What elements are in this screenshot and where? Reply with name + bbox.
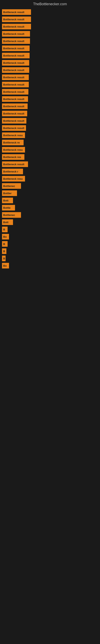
bar-row: Bottleneck result xyxy=(2,162,98,167)
result-bar[interactable]: Bottleneck result xyxy=(2,16,31,22)
result-bar[interactable]: Bottlenec xyxy=(2,183,21,189)
bar-label: Bottleneck result xyxy=(3,126,24,130)
result-bar[interactable]: Bottle xyxy=(2,205,15,210)
result-bar[interactable]: Bottleneck res xyxy=(2,154,24,160)
bar-row: Bottleneck result xyxy=(2,96,98,102)
bar-label: Bottleneck result xyxy=(3,47,24,50)
bar-row: Bott xyxy=(2,219,98,225)
bar-label: B xyxy=(3,228,5,231)
result-bar[interactable]: Bottleneck resu xyxy=(2,147,25,152)
result-bar[interactable]: Bottleneck r xyxy=(2,169,23,174)
bar-row: Bo xyxy=(2,234,98,240)
bar-row: Bottleneck result xyxy=(2,60,98,66)
bar-label: Bottleneck result xyxy=(3,25,24,28)
bar-label: Bottleneck result xyxy=(3,83,24,86)
bar-label: Bottleneck result xyxy=(3,18,24,21)
site-title: TheBottlenecker.com xyxy=(0,0,100,9)
result-bar[interactable]: Bottleneck resu xyxy=(2,132,25,138)
bar-row: Bo xyxy=(2,263,98,268)
result-bar[interactable]: Bottleneck result xyxy=(2,111,27,116)
bar-label: Bottleneck re xyxy=(3,141,20,144)
result-bar[interactable]: Bottleneck result xyxy=(2,60,29,66)
bar-label: Bottleneck result xyxy=(3,105,24,108)
bar-label: Bottleneck result xyxy=(3,98,24,100)
bar-label: Bottle xyxy=(3,206,11,209)
bar-row: Bottleneck result xyxy=(2,46,98,51)
result-bar[interactable]: Bottleneck result xyxy=(2,53,30,58)
bar-label: Bottleneck result xyxy=(3,112,24,115)
bar-label: Bottlenec xyxy=(3,214,15,216)
bar-row: Bottleneck resu xyxy=(2,176,98,182)
bar-label: Bottleneck resu xyxy=(3,177,23,180)
result-bar[interactable]: B xyxy=(2,256,6,261)
result-bar[interactable]: Bottleneck result xyxy=(2,24,31,30)
bar-row: Bottlenec xyxy=(2,212,98,218)
result-bar[interactable]: Bottleneck result xyxy=(2,162,28,167)
bar-label: Bottleneck result xyxy=(3,163,24,166)
bar-row: B xyxy=(2,248,98,254)
result-bar[interactable]: Bottleneck result xyxy=(2,38,30,44)
bar-row: Bottleneck res xyxy=(2,154,98,160)
bar-label: B xyxy=(3,250,5,253)
bar-label: Bottleneck resu xyxy=(3,134,23,137)
result-bar[interactable]: Bottleneck resu xyxy=(2,176,25,182)
result-bar[interactable]: Bottleneck result xyxy=(2,118,26,124)
result-bar[interactable]: Bott xyxy=(2,219,13,225)
bar-label: Bottleneck r xyxy=(3,170,18,173)
bar-row: B xyxy=(2,241,98,247)
bar-row: Bottleneck result xyxy=(2,9,98,15)
bar-label: B xyxy=(3,257,5,260)
result-bar[interactable]: Bottleneck result xyxy=(2,67,29,73)
bar-label: B xyxy=(3,242,5,246)
bar-label: Bottleneck result xyxy=(3,11,24,14)
result-bar[interactable]: Bottleneck result xyxy=(2,96,28,102)
bar-row: Bottle xyxy=(2,205,98,210)
bar-label: Bottleneck resu xyxy=(3,148,23,151)
result-bar[interactable]: Bottlenec xyxy=(2,212,21,218)
result-bar[interactable]: Bottleneck result xyxy=(2,104,28,109)
bar-row: Bottlenec xyxy=(2,183,98,189)
bar-row: Bott xyxy=(2,198,98,203)
bars-container: Bottleneck resultBottleneck resultBottle… xyxy=(0,9,100,270)
bar-row: Bottleneck result xyxy=(2,82,98,87)
bar-row: Bottleneck result xyxy=(2,118,98,124)
bar-row: Bottleneck result xyxy=(2,74,98,80)
result-bar[interactable]: B xyxy=(2,226,8,232)
bar-row: Bottleneck resu xyxy=(2,147,98,152)
bar-row: Bottleneck result xyxy=(2,53,98,58)
result-bar[interactable]: Bo xyxy=(2,263,9,268)
bar-row: Bottleneck result xyxy=(2,38,98,44)
bar-label: Bottleneck result xyxy=(3,32,24,36)
bar-label: Bottleneck result xyxy=(3,40,24,43)
bar-row: B xyxy=(2,256,98,261)
page-container: TheBottlenecker.com Bottleneck resultBot… xyxy=(0,0,100,270)
bar-row: Bottleneck result xyxy=(2,104,98,109)
bar-row: Bottleneck result xyxy=(2,31,98,37)
result-bar[interactable]: Bottleneck result xyxy=(2,31,30,37)
result-bar[interactable]: Bottleneck re xyxy=(2,140,24,145)
result-bar[interactable]: Bottleneck result xyxy=(2,125,26,131)
bar-label: Bottleneck res xyxy=(3,156,21,158)
bar-row: Bottleneck result xyxy=(2,67,98,73)
bar-label: Bo xyxy=(3,235,7,238)
bar-label: Bo xyxy=(3,264,7,267)
bar-label: Bott xyxy=(3,221,8,224)
result-bar[interactable]: Bottleneck result xyxy=(2,89,28,94)
bar-label: Bottlenec xyxy=(3,184,15,188)
result-bar[interactable]: Bottleneck result xyxy=(2,74,29,80)
result-bar[interactable]: Bottleneck result xyxy=(2,9,31,15)
bar-label: Bottleneck result xyxy=(3,90,24,94)
result-bar[interactable]: B xyxy=(2,241,8,247)
bar-label: Bottleneck result xyxy=(3,119,24,122)
result-bar[interactable]: B xyxy=(2,248,6,254)
result-bar[interactable]: Bottler xyxy=(2,190,17,196)
bar-row: Bottler xyxy=(2,190,98,196)
result-bar[interactable]: Bottleneck result xyxy=(2,82,29,87)
result-bar[interactable]: Bott xyxy=(2,198,13,203)
bar-row: Bottleneck result xyxy=(2,89,98,94)
bar-label: Bott xyxy=(3,199,8,202)
bar-row: Bottleneck result xyxy=(2,125,98,131)
result-bar[interactable]: Bottleneck result xyxy=(2,46,30,51)
bar-row: Bottleneck resu xyxy=(2,132,98,138)
result-bar[interactable]: Bo xyxy=(2,234,9,240)
